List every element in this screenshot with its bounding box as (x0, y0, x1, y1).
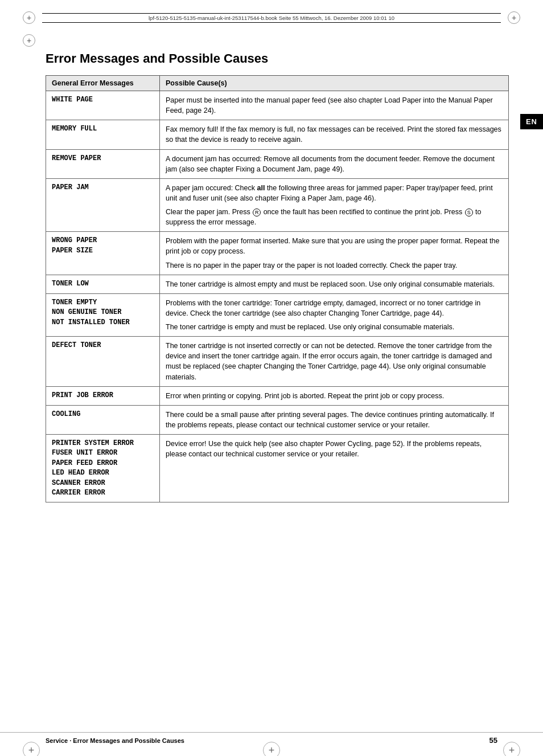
cause-cell: Paper must be inserted into the manual p… (160, 91, 509, 120)
top-left-reg-mark (23, 11, 35, 24)
top-bar-text: lpf-5120-5125-5135-manual-uk-int-2531175… (149, 15, 394, 21)
table-header-row: General Error Messages Possible Cause(s) (46, 76, 509, 91)
cause-cell: Problem with the paper format inserted. … (160, 232, 509, 275)
bottom-center-reg-mark: + (263, 742, 280, 756)
table-row: PRINT JOB ERRORError when printing or co… (46, 386, 509, 405)
table-row: MEMORY FULLFax memory full! If the fax m… (46, 120, 509, 149)
bottom-left-reg-mark: + (23, 742, 40, 756)
cause-cell: Device error! Use the quick help (see al… (160, 435, 509, 502)
table-row: REMOVE PAPERA document jam has occurred:… (46, 149, 509, 178)
error-code-cell: TONER LOW (46, 275, 160, 293)
table-row: COOLINGThere could be a small pause afte… (46, 405, 509, 434)
error-code-cell: TONER EMPTY NON GENUINE TONER NOT INSTAL… (46, 293, 160, 336)
cause-cell: A paper jam occured: Check all the follo… (160, 178, 509, 232)
error-messages-table: General Error Messages Possible Cause(s)… (46, 75, 509, 502)
error-code-cell: COOLING (46, 405, 160, 434)
page-title: Error Messages and Possible Causes (46, 51, 509, 66)
cause-cell: A document jam has occurred: Remove all … (160, 149, 509, 178)
bottom-right-reg-mark: + (503, 742, 520, 756)
table-row: TONER EMPTY NON GENUINE TONER NOT INSTAL… (46, 293, 509, 336)
table-row: PAPER JAMA paper jam occured: Check all … (46, 178, 509, 232)
bottom-marks-row: + + + (0, 742, 543, 756)
cause-cell: The toner cartridge is almost empty and … (160, 275, 509, 293)
error-code-cell: MEMORY FULL (46, 120, 160, 149)
main-content: Error Messages and Possible Causes Gener… (0, 51, 543, 525)
col-header-cause: Possible Cause(s) (160, 76, 509, 91)
table-row: PRINTER SYSTEM ERROR FUSER UNIT ERROR PA… (46, 435, 509, 502)
left-mid-reg-mark (23, 34, 35, 47)
error-code-cell: PRINT JOB ERROR (46, 386, 160, 405)
error-code-cell: PAPER JAM (46, 178, 160, 232)
error-code-cell: PRINTER SYSTEM ERROR FUSER UNIT ERROR PA… (46, 435, 160, 502)
page: lpf-5120-5125-5135-manual-uk-int-2531175… (0, 11, 543, 756)
cause-cell: Problems with the toner cartridge: Toner… (160, 293, 509, 336)
en-language-tab: EN (520, 114, 543, 129)
error-code-cell: WHITE PAGE (46, 91, 160, 120)
table-row: TONER LOWThe toner cartridge is almost e… (46, 275, 509, 293)
cause-cell: Fax memory full! If the fax memory is fu… (160, 120, 509, 149)
cause-cell: The toner cartridge is not inserted corr… (160, 337, 509, 387)
cause-cell: Error when printing or copying. Print jo… (160, 386, 509, 405)
error-code-cell: WRONG PAPER PAPER SIZE (46, 232, 160, 275)
table-row: WHITE PAGEPaper must be inserted into th… (46, 91, 509, 120)
cause-cell: There could be a small pause after print… (160, 405, 509, 434)
col-header-error: General Error Messages (46, 76, 160, 91)
table-row: WRONG PAPER PAPER SIZEProblem with the p… (46, 232, 509, 275)
error-code-cell: DEFECT TONER (46, 337, 160, 387)
table-row: DEFECT TONERThe toner cartridge is not i… (46, 337, 509, 387)
error-code-cell: REMOVE PAPER (46, 149, 160, 178)
top-right-reg-mark (508, 11, 520, 24)
